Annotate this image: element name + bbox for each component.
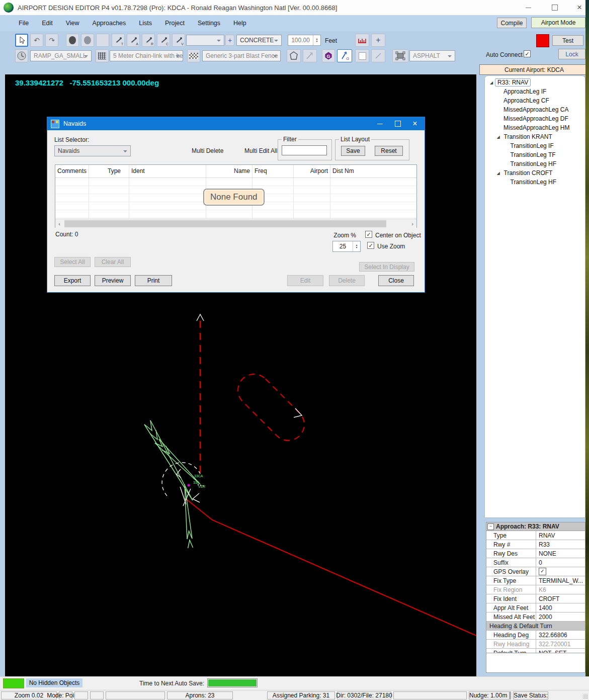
- dialog-titlebar[interactable]: Navaids: [47, 117, 425, 130]
- gate-vector-tool-button[interactable]: G: [337, 49, 352, 62]
- maximize-button[interactable]: [543, 0, 566, 15]
- tree-item[interactable]: TransitionLeg HF: [485, 159, 585, 168]
- menu-item[interactable]: Help: [227, 17, 253, 30]
- tree-item[interactable]: ApproachLeg IF: [485, 87, 585, 96]
- property-value[interactable]: 1400: [536, 603, 585, 612]
- reset-layout-button[interactable]: Reset: [375, 146, 403, 156]
- print-button[interactable]: Print: [135, 275, 172, 286]
- vertex-tool-button[interactable]: T: [112, 34, 125, 47]
- gate-tool-button[interactable]: G: [322, 49, 335, 62]
- table-hscrollbar[interactable]: ‹ ›: [55, 219, 416, 228]
- tree-item[interactable]: ◢ Transition KRANT: [485, 132, 585, 141]
- center-on-object-checkbox[interactable]: ✓: [365, 231, 372, 238]
- property-value[interactable]: TERMINAL_W...: [536, 576, 585, 585]
- profile-tool-button[interactable]: [355, 34, 369, 47]
- pointer-tool-button[interactable]: [15, 34, 28, 47]
- scroll-right-icon[interactable]: ›: [408, 221, 416, 227]
- menu-item[interactable]: Project: [158, 17, 191, 30]
- vertex-tool-button[interactable]: V: [172, 34, 185, 47]
- stepper-arrows-icon[interactable]: ▴▾: [313, 35, 320, 45]
- zoom-percent-stepper[interactable]: 25 ▴▾: [332, 241, 361, 252]
- tree-item[interactable]: MissedApproachLeg DF: [485, 114, 585, 123]
- property-value[interactable]: RNAV: [536, 531, 585, 540]
- edit-button[interactable]: Edit: [287, 275, 323, 286]
- scroll-left-icon[interactable]: ‹: [55, 221, 63, 227]
- tree-item[interactable]: MissedApproachLeg HM: [485, 123, 585, 132]
- filter-input[interactable]: [282, 145, 327, 155]
- property-value[interactable]: K6: [536, 585, 585, 594]
- rect-tool-button[interactable]: [355, 49, 369, 62]
- multi-delete-button[interactable]: Multi Delete: [192, 147, 223, 154]
- property-value[interactable]: CROFT: [536, 594, 585, 603]
- light-node-button[interactable]: [96, 34, 109, 47]
- tree-item[interactable]: TransitionLeg IF: [485, 141, 585, 150]
- vertex-tool-button[interactable]: A: [127, 34, 140, 47]
- menu-item[interactable]: File: [12, 17, 35, 30]
- tree-item[interactable]: ◢ R33: RNAV: [485, 78, 585, 87]
- property-value[interactable]: 2000: [536, 612, 585, 621]
- export-button[interactable]: Export: [54, 275, 91, 286]
- surface-select[interactable]: CONCRETE: [236, 35, 282, 46]
- menu-item[interactable]: Lists: [132, 17, 158, 30]
- menu-item[interactable]: Approaches: [86, 17, 133, 30]
- width-stepper[interactable]: 100.00 ▴▾: [288, 35, 321, 46]
- vertex-tool-button[interactable]: R: [142, 34, 155, 47]
- line-tool-button[interactable]: [371, 49, 385, 62]
- grid-tool-button[interactable]: [96, 49, 109, 62]
- add-taxi-name-button[interactable]: +: [225, 35, 234, 46]
- select-in-display-button[interactable]: Select In Display: [359, 262, 414, 272]
- property-value[interactable]: NONE: [536, 549, 585, 558]
- multi-edit-all-button[interactable]: Multi Edit All: [244, 147, 277, 154]
- ramp-select[interactable]: RAMP_GA_SMALL: [30, 50, 92, 61]
- hold-tool-button[interactable]: [15, 49, 28, 62]
- taxi-name-select[interactable]: [186, 35, 224, 46]
- menu-item[interactable]: Edit: [35, 17, 59, 30]
- clear-all-button[interactable]: Clear All: [95, 257, 131, 267]
- add-tool-button[interactable]: +: [371, 34, 385, 47]
- property-value[interactable]: 322.720001: [536, 640, 585, 648]
- collapse-icon[interactable]: −: [487, 523, 494, 530]
- scroll-thumb[interactable]: [64, 220, 386, 227]
- apron-tool-button[interactable]: [392, 49, 408, 62]
- gps-overlay-checkbox[interactable]: ✓: [539, 568, 546, 575]
- minimize-button[interactable]: [517, 0, 540, 15]
- delete-button[interactable]: Delete: [329, 275, 365, 286]
- property-value[interactable]: R33: [536, 540, 585, 549]
- mid-node-button[interactable]: [81, 34, 94, 47]
- redo-button[interactable]: ↷: [45, 34, 58, 47]
- fence-select[interactable]: 5 Meter Chain-link with be: [110, 50, 183, 61]
- tree-item[interactable]: ApproachLeg CF: [485, 96, 585, 105]
- menu-item[interactable]: Settings: [191, 17, 227, 30]
- dialog-maximize-button[interactable]: [389, 117, 406, 130]
- dark-node-button[interactable]: [66, 34, 79, 47]
- lock-button[interactable]: Lock: [558, 49, 585, 59]
- tree-item[interactable]: ◢ Transition CROFT: [485, 168, 585, 178]
- dialog-close-button[interactable]: ×: [406, 117, 424, 130]
- use-zoom-checkbox[interactable]: ✓: [367, 242, 374, 249]
- undo-button[interactable]: ↶: [30, 34, 43, 47]
- preview-button[interactable]: Preview: [95, 275, 131, 286]
- tree-item[interactable]: MissedApproachLeg CA: [485, 105, 585, 114]
- apron-surface-select[interactable]: ASPHALT: [409, 50, 455, 61]
- tree-item[interactable]: TransitionLeg TF: [485, 150, 585, 159]
- property-value[interactable]: ✓: [536, 567, 585, 576]
- stepper-arrows-icon[interactable]: ▴▾: [353, 241, 360, 251]
- airport-mode-button[interactable]: Airport Mode: [531, 17, 585, 28]
- polygon-tool-button[interactable]: [287, 49, 301, 62]
- resize-grip-icon[interactable]: [583, 694, 588, 699]
- test-button[interactable]: Test: [552, 35, 583, 46]
- compile-button[interactable]: Compile: [497, 18, 527, 28]
- vector-tool-button[interactable]: [303, 49, 317, 62]
- blast-fence-tool-button[interactable]: [187, 49, 200, 62]
- save-layout-button[interactable]: Save: [341, 146, 365, 156]
- blast-fence-select[interactable]: Generic 3-part Blast Fence: [202, 50, 281, 61]
- property-value[interactable]: 0: [536, 558, 585, 567]
- vertex-tool-button[interactable]: C: [157, 34, 170, 47]
- auto-connect-checkbox[interactable]: ✓: [524, 50, 531, 57]
- property-value[interactable]: 322.66806: [536, 631, 585, 639]
- menu-item[interactable]: View: [59, 17, 86, 30]
- tree-item[interactable]: TransitionLeg HF: [485, 178, 585, 187]
- tree-expander-icon[interactable]: ◢: [497, 135, 504, 139]
- dialog-minimize-button[interactable]: [371, 117, 388, 130]
- list-selector-select[interactable]: Navaids: [54, 145, 131, 156]
